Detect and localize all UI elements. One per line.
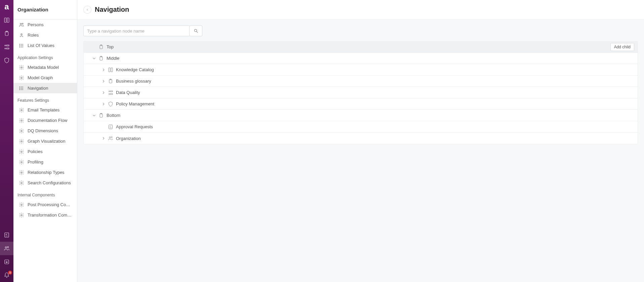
sidebar-item-label: Transformation Compon…	[28, 213, 73, 218]
rail-item-notifications[interactable]: 9	[0, 269, 13, 282]
chevron-right-icon[interactable]	[101, 79, 106, 84]
chevron-down-icon[interactable]	[92, 113, 96, 118]
chevron-right-icon[interactable]	[101, 90, 106, 95]
sidebar: Organization PersonsRolesList Of ValuesA…	[13, 0, 77, 282]
tree-row[interactable]: Middle	[84, 53, 638, 64]
gear-icon	[19, 118, 24, 123]
search-button[interactable]	[190, 26, 202, 36]
sidebar-item-label: Model Graph	[28, 75, 53, 80]
gear-icon	[19, 139, 24, 144]
sidebar-item-documentation-flow[interactable]: Documentation Flow	[13, 115, 77, 126]
gear-icon	[19, 213, 24, 218]
sidebar-item-relationship-types[interactable]: Relationship Types	[13, 167, 77, 178]
rail-item-organization[interactable]	[0, 242, 13, 255]
sidebar-item-post-processing-compon-[interactable]: Post Processing Compon…	[13, 199, 77, 210]
gear-icon	[19, 159, 24, 165]
checklist-icon	[108, 124, 113, 130]
tree-node-label: Top	[107, 44, 114, 49]
people-icon	[19, 22, 24, 28]
gear-icon	[19, 149, 24, 154]
tree-node-label: Middle	[107, 56, 119, 61]
tree-node-label: Approval Requests	[116, 124, 153, 129]
sidebar-item-roles[interactable]: Roles	[13, 30, 77, 40]
sidebar-title: Organization	[13, 0, 77, 19]
sidebar-item-dq-dimensions[interactable]: DQ Dimensions	[13, 126, 77, 136]
sidebar-item-label: Relationship Types	[28, 170, 65, 175]
tree-row[interactable]: Policy Management	[84, 98, 638, 110]
sidebar-item-label: DQ Dimensions	[28, 128, 58, 133]
tree-row[interactable]: Organization	[84, 133, 638, 144]
sidebar-item-label: Post Processing Compon…	[28, 202, 73, 207]
search-bar	[83, 26, 638, 36]
rail-item-policy[interactable]	[0, 54, 13, 67]
search-input[interactable]	[83, 26, 190, 36]
sidebar-item-search-configurations[interactable]: Search Configurations	[13, 178, 77, 188]
rail-item-catalog[interactable]	[0, 13, 13, 27]
clipboard-icon	[108, 79, 113, 84]
sidebar-item-navigation[interactable]: Navigation	[13, 83, 77, 93]
list-icon	[19, 43, 24, 48]
sidebar-group-title: Application Settings	[13, 51, 77, 62]
sidebar-item-label: Navigation	[28, 86, 48, 91]
page-title: Navigation	[95, 6, 129, 13]
main: Navigation TopAdd childMiddleKnowledge C…	[77, 0, 644, 282]
sidebar-item-email-templates[interactable]: Email Templates	[13, 105, 77, 115]
chevron-right-icon[interactable]	[101, 67, 106, 72]
clipboard-icon	[98, 44, 104, 50]
sidebar-item-label: Policies	[28, 149, 43, 154]
sidebar-item-list-of-values[interactable]: List Of Values	[13, 40, 77, 51]
gear-icon	[19, 75, 24, 81]
sidebar-item-label: Search Configurations	[28, 180, 71, 185]
rail-item-import[interactable]	[0, 255, 13, 269]
sidebar-item-persons[interactable]: Persons	[13, 19, 77, 30]
sidebar-item-profiling[interactable]: Profiling	[13, 157, 77, 167]
sidebar-item-graph-visualization[interactable]: Graph Visualization	[13, 136, 77, 146]
rail-item-glossary[interactable]	[0, 27, 13, 40]
clipboard-icon	[98, 56, 104, 61]
sidebar-item-policies[interactable]: Policies	[13, 146, 77, 157]
shield-icon	[4, 57, 10, 63]
book-icon	[108, 67, 113, 73]
chevron-right-icon[interactable]	[101, 136, 106, 141]
list-icon	[19, 86, 24, 91]
chevron-down-icon[interactable]	[92, 56, 96, 61]
sidebar-item-label: Profiling	[28, 159, 43, 164]
tree-row[interactable]: Knowledge Catalog	[84, 64, 638, 76]
tree-row[interactable]: Data Quality	[84, 87, 638, 98]
gear-icon	[19, 170, 24, 175]
tree-row[interactable]: Business glossary	[84, 76, 638, 87]
sidebar-item-model-graph[interactable]: Model Graph	[13, 73, 77, 83]
chevron-right-icon[interactable]	[101, 102, 106, 106]
gear-icon	[19, 65, 24, 70]
tree-node-label: Policy Management	[116, 101, 154, 106]
clipboard-icon	[98, 113, 104, 118]
tree-row[interactable]: Approval Requests	[84, 121, 638, 133]
tree-node-label: Data Quality	[116, 90, 140, 95]
notification-badge: 9	[8, 271, 12, 275]
tree-node-label: Bottom	[107, 113, 120, 118]
tree-node-label: Organization	[116, 136, 141, 141]
main-header: Navigation	[77, 0, 644, 19]
sidebar-item-label: Roles	[28, 33, 39, 38]
add-child-button[interactable]: Add child	[610, 43, 634, 51]
tree-node-label: Business glossary	[116, 79, 151, 84]
collapse-sidebar-button[interactable]	[83, 6, 91, 14]
tree-row[interactable]: Bottom	[84, 110, 638, 121]
sidebar-item-label: Persons	[28, 22, 44, 27]
rail-item-quality[interactable]	[0, 40, 13, 54]
gear-icon	[19, 107, 24, 113]
chevron-left-icon	[86, 8, 89, 11]
rail-item-requests[interactable]	[0, 228, 13, 242]
sidebar-group-title: Features Settings	[13, 93, 77, 105]
tree-row[interactable]: TopAdd child	[84, 41, 638, 53]
gear-icon	[19, 128, 24, 134]
nav-rail: a 9	[0, 0, 13, 282]
sidebar-group-title: Internal Components	[13, 188, 77, 199]
quality-icon	[4, 44, 10, 50]
people-icon	[108, 136, 113, 141]
clipboard-icon	[4, 31, 10, 37]
sidebar-item-transformation-compon-[interactable]: Transformation Compon…	[13, 210, 77, 220]
sidebar-item-label: Documentation Flow	[28, 118, 68, 123]
sidebar-item-metadata-model[interactable]: Metadata Model	[13, 62, 77, 73]
gear-icon	[19, 202, 24, 207]
